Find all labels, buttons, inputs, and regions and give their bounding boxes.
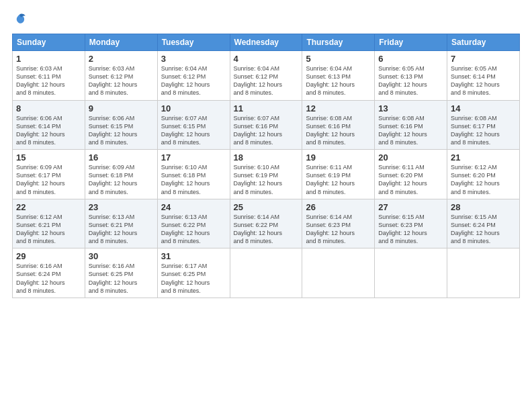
- day-number: 7: [451, 54, 516, 64]
- day-info: Sunrise: 6:07 AM Sunset: 6:16 PM Dayligh…: [234, 114, 299, 147]
- calendar-cell: 22Sunrise: 6:12 AM Sunset: 6:21 PM Dayli…: [13, 199, 85, 248]
- header: [12, 12, 520, 27]
- day-number: 26: [306, 202, 371, 212]
- day-number: 23: [89, 202, 154, 212]
- calendar-header-monday: Monday: [85, 34, 157, 51]
- calendar-header-thursday: Thursday: [302, 34, 375, 51]
- day-info: Sunrise: 6:16 AM Sunset: 6:24 PM Dayligh…: [16, 262, 81, 295]
- calendar-cell: [302, 248, 375, 298]
- day-info: Sunrise: 6:11 AM Sunset: 6:20 PM Dayligh…: [378, 163, 443, 196]
- day-number: 11: [234, 103, 299, 113]
- day-info: Sunrise: 6:12 AM Sunset: 6:20 PM Dayligh…: [451, 163, 516, 196]
- day-number: 19: [306, 152, 371, 163]
- calendar-header-row: SundayMondayTuesdayWednesdayThursdayFrid…: [13, 34, 520, 51]
- logo-bird-icon: [12, 12, 27, 27]
- day-info: Sunrise: 6:03 AM Sunset: 6:12 PM Dayligh…: [89, 64, 154, 97]
- calendar-cell: 16Sunrise: 6:09 AM Sunset: 6:18 PM Dayli…: [85, 150, 157, 199]
- day-number: 6: [378, 54, 443, 64]
- day-info: Sunrise: 6:13 AM Sunset: 6:21 PM Dayligh…: [89, 213, 154, 246]
- day-info: Sunrise: 6:04 AM Sunset: 6:12 PM Dayligh…: [234, 64, 299, 97]
- calendar-cell: [375, 248, 447, 298]
- calendar-cell: 10Sunrise: 6:07 AM Sunset: 6:15 PM Dayli…: [157, 100, 230, 150]
- day-number: 20: [378, 152, 443, 163]
- calendar-cell: 15Sunrise: 6:09 AM Sunset: 6:17 PM Dayli…: [13, 150, 85, 199]
- day-info: Sunrise: 6:09 AM Sunset: 6:17 PM Dayligh…: [16, 163, 81, 196]
- day-number: 21: [451, 152, 516, 163]
- page: SundayMondayTuesdayWednesdayThursdayFrid…: [0, 0, 532, 411]
- day-number: 17: [161, 152, 226, 163]
- day-info: Sunrise: 6:14 AM Sunset: 6:23 PM Dayligh…: [306, 213, 371, 246]
- day-number: 10: [161, 103, 226, 113]
- day-info: Sunrise: 6:13 AM Sunset: 6:22 PM Dayligh…: [161, 213, 226, 246]
- day-info: Sunrise: 6:05 AM Sunset: 6:14 PM Dayligh…: [451, 64, 516, 97]
- calendar-header-saturday: Saturday: [447, 34, 520, 51]
- calendar-cell: 1Sunrise: 6:03 AM Sunset: 6:11 PM Daylig…: [13, 51, 85, 101]
- calendar-cell: 3Sunrise: 6:04 AM Sunset: 6:12 PM Daylig…: [157, 51, 230, 101]
- day-number: 27: [378, 202, 443, 212]
- calendar-table: SundayMondayTuesdayWednesdayThursdayFrid…: [12, 34, 520, 298]
- logo: [12, 12, 30, 27]
- calendar-cell: 9Sunrise: 6:06 AM Sunset: 6:15 PM Daylig…: [85, 100, 157, 150]
- day-info: Sunrise: 6:12 AM Sunset: 6:21 PM Dayligh…: [16, 213, 81, 246]
- calendar-cell: 29Sunrise: 6:16 AM Sunset: 6:24 PM Dayli…: [13, 248, 85, 298]
- calendar-cell: 12Sunrise: 6:08 AM Sunset: 6:16 PM Dayli…: [302, 100, 375, 150]
- calendar-cell: [447, 248, 520, 298]
- day-number: 24: [161, 202, 226, 212]
- day-number: 12: [306, 103, 371, 113]
- day-info: Sunrise: 6:10 AM Sunset: 6:19 PM Dayligh…: [234, 163, 299, 196]
- day-number: 31: [161, 251, 226, 261]
- day-info: Sunrise: 6:11 AM Sunset: 6:19 PM Dayligh…: [306, 163, 371, 196]
- day-info: Sunrise: 6:09 AM Sunset: 6:18 PM Dayligh…: [89, 163, 154, 196]
- day-number: 3: [161, 54, 226, 64]
- calendar-cell: 17Sunrise: 6:10 AM Sunset: 6:18 PM Dayli…: [157, 150, 230, 199]
- calendar-cell: 13Sunrise: 6:08 AM Sunset: 6:16 PM Dayli…: [375, 100, 447, 150]
- calendar-cell: 24Sunrise: 6:13 AM Sunset: 6:22 PM Dayli…: [157, 199, 230, 248]
- calendar-cell: 19Sunrise: 6:11 AM Sunset: 6:19 PM Dayli…: [302, 150, 375, 199]
- calendar-cell: 26Sunrise: 6:14 AM Sunset: 6:23 PM Dayli…: [302, 199, 375, 248]
- day-number: 18: [234, 152, 299, 163]
- calendar-week-row: 29Sunrise: 6:16 AM Sunset: 6:24 PM Dayli…: [13, 248, 520, 298]
- day-number: 16: [89, 152, 154, 163]
- day-number: 29: [16, 251, 81, 261]
- day-info: Sunrise: 6:08 AM Sunset: 6:16 PM Dayligh…: [378, 114, 443, 147]
- calendar-cell: 31Sunrise: 6:17 AM Sunset: 6:25 PM Dayli…: [157, 248, 230, 298]
- day-number: 1: [16, 54, 81, 64]
- calendar-cell: 23Sunrise: 6:13 AM Sunset: 6:21 PM Dayli…: [85, 199, 157, 248]
- calendar-cell: 30Sunrise: 6:16 AM Sunset: 6:25 PM Dayli…: [85, 248, 157, 298]
- day-number: 8: [16, 103, 81, 113]
- calendar-header-friday: Friday: [375, 34, 447, 51]
- day-info: Sunrise: 6:08 AM Sunset: 6:17 PM Dayligh…: [451, 114, 516, 147]
- day-number: 13: [378, 103, 443, 113]
- day-info: Sunrise: 6:03 AM Sunset: 6:11 PM Dayligh…: [16, 64, 81, 97]
- day-info: Sunrise: 6:06 AM Sunset: 6:15 PM Dayligh…: [89, 114, 154, 147]
- calendar-cell: 8Sunrise: 6:06 AM Sunset: 6:14 PM Daylig…: [13, 100, 85, 150]
- calendar-week-row: 8Sunrise: 6:06 AM Sunset: 6:14 PM Daylig…: [13, 100, 520, 150]
- day-info: Sunrise: 6:04 AM Sunset: 6:13 PM Dayligh…: [306, 64, 371, 97]
- day-number: 30: [89, 251, 154, 261]
- day-number: 4: [234, 54, 299, 64]
- calendar-cell: 4Sunrise: 6:04 AM Sunset: 6:12 PM Daylig…: [230, 51, 302, 101]
- calendar-header-wednesday: Wednesday: [230, 34, 302, 51]
- day-number: 9: [89, 103, 154, 113]
- day-info: Sunrise: 6:15 AM Sunset: 6:24 PM Dayligh…: [451, 213, 516, 246]
- calendar-cell: 14Sunrise: 6:08 AM Sunset: 6:17 PM Dayli…: [447, 100, 520, 150]
- day-number: 14: [451, 103, 516, 113]
- calendar-cell: 18Sunrise: 6:10 AM Sunset: 6:19 PM Dayli…: [230, 150, 302, 199]
- calendar-cell: 6Sunrise: 6:05 AM Sunset: 6:13 PM Daylig…: [375, 51, 447, 101]
- calendar-cell: 27Sunrise: 6:15 AM Sunset: 6:23 PM Dayli…: [375, 199, 447, 248]
- day-number: 28: [451, 202, 516, 212]
- calendar-cell: 5Sunrise: 6:04 AM Sunset: 6:13 PM Daylig…: [302, 51, 375, 101]
- calendar-header-tuesday: Tuesday: [157, 34, 230, 51]
- calendar-cell: 28Sunrise: 6:15 AM Sunset: 6:24 PM Dayli…: [447, 199, 520, 248]
- day-info: Sunrise: 6:15 AM Sunset: 6:23 PM Dayligh…: [378, 213, 443, 246]
- calendar-week-row: 15Sunrise: 6:09 AM Sunset: 6:17 PM Dayli…: [13, 150, 520, 199]
- calendar-cell: 21Sunrise: 6:12 AM Sunset: 6:20 PM Dayli…: [447, 150, 520, 199]
- calendar-week-row: 22Sunrise: 6:12 AM Sunset: 6:21 PM Dayli…: [13, 199, 520, 248]
- day-info: Sunrise: 6:04 AM Sunset: 6:12 PM Dayligh…: [161, 64, 226, 97]
- day-number: 25: [234, 202, 299, 212]
- calendar-cell: [230, 248, 302, 298]
- day-number: 15: [16, 152, 81, 163]
- calendar-cell: 20Sunrise: 6:11 AM Sunset: 6:20 PM Dayli…: [375, 150, 447, 199]
- day-info: Sunrise: 6:14 AM Sunset: 6:22 PM Dayligh…: [234, 213, 299, 246]
- day-info: Sunrise: 6:10 AM Sunset: 6:18 PM Dayligh…: [161, 163, 226, 196]
